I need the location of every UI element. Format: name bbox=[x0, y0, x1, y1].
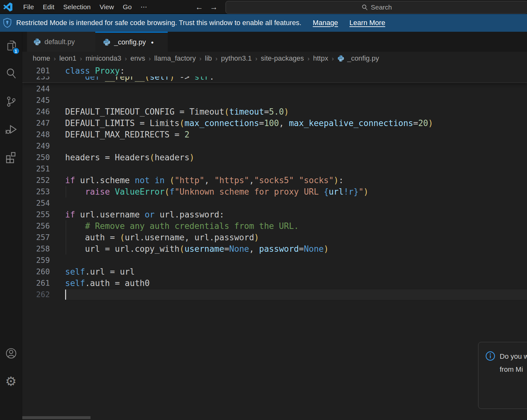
line-number[interactable]: 245 bbox=[22, 95, 50, 106]
line-number[interactable]: 257 bbox=[22, 232, 50, 243]
code-text[interactable]: if url.username or url.password: bbox=[65, 209, 527, 220]
code-line[interactable]: 259 bbox=[22, 255, 527, 266]
code-text[interactable]: auth = (url.username, url.password) bbox=[65, 232, 527, 243]
menu-item-go[interactable]: Go bbox=[118, 0, 136, 14]
code-line[interactable]: 253 raise ValueError(f"Unknown scheme fo… bbox=[22, 186, 527, 197]
command-center-search[interactable]: Search bbox=[226, 1, 527, 14]
menu-item-view[interactable]: View bbox=[95, 0, 118, 14]
menu-item-selection[interactable]: Selection bbox=[59, 0, 95, 14]
line-number[interactable]: 255 bbox=[22, 209, 50, 220]
modified-indicator[interactable]: ● bbox=[151, 40, 153, 45]
code-text[interactable]: def __repr__(self) -> str: bbox=[65, 77, 527, 83]
line-number[interactable]: 246 bbox=[22, 106, 50, 117]
learn-more-link[interactable]: Learn More bbox=[349, 19, 385, 27]
code-token bbox=[150, 176, 155, 185]
activity-bar-explorer[interactable]: 1 bbox=[0, 32, 22, 60]
breadcrumb-item[interactable]: home bbox=[33, 54, 50, 63]
activity-bar-extensions[interactable] bbox=[0, 143, 22, 171]
activity-bar-source-control[interactable] bbox=[0, 88, 22, 116]
breadcrumb-item[interactable]: httpx bbox=[313, 54, 328, 63]
code-text[interactable] bbox=[65, 197, 527, 209]
code-line[interactable]: 257 auth = (url.username, url.password) bbox=[22, 232, 527, 243]
line-number[interactable]: 244 bbox=[22, 83, 50, 95]
horizontal-scrollbar-thumb[interactable] bbox=[22, 416, 91, 419]
code-line[interactable]: 201class Proxy: bbox=[22, 65, 527, 77]
line-number[interactable]: 259 bbox=[22, 255, 50, 266]
go-back-button[interactable]: ← bbox=[192, 3, 206, 12]
code-line[interactable]: 247DEFAULT_LIMITS = Limits(max_connectio… bbox=[22, 117, 527, 129]
code-text[interactable]: DEFAULT_MAX_REDIRECTS = 2 bbox=[65, 129, 527, 140]
code-line[interactable]: 249 bbox=[22, 140, 527, 152]
code-text[interactable] bbox=[65, 255, 527, 266]
line-number[interactable]: 251 bbox=[22, 163, 50, 175]
tab-default-py[interactable]: default.py bbox=[27, 32, 95, 52]
code-line[interactable]: 244 bbox=[22, 83, 527, 95]
line-number[interactable]: 260 bbox=[22, 266, 50, 277]
code-line[interactable]: 258 url = url.copy_with(username=None, p… bbox=[22, 243, 527, 255]
manage-link[interactable]: Manage bbox=[313, 19, 338, 27]
code-text[interactable] bbox=[65, 140, 527, 152]
code-line[interactable]: 248DEFAULT_MAX_REDIRECTS = 2 bbox=[22, 129, 527, 140]
code-line[interactable]: 245 bbox=[22, 95, 527, 106]
python-icon bbox=[33, 38, 41, 46]
code-line[interactable]: 256 # Remove any auth credentials from t… bbox=[22, 220, 527, 232]
code-text[interactable]: raise ValueError(f"Unknown scheme for pr… bbox=[65, 186, 527, 197]
tab-config-py[interactable]: _config.py ● bbox=[95, 32, 168, 52]
code-token: "http" bbox=[174, 176, 204, 185]
code-line[interactable]: 254 bbox=[22, 197, 527, 209]
code-line[interactable]: 260self.url = url bbox=[22, 266, 527, 277]
code-line[interactable]: 246DEFAULT_TIMEOUT_CONFIG = Timeout(time… bbox=[22, 106, 527, 117]
code-line[interactable]: 252if url.scheme not in ("http", "https"… bbox=[22, 175, 527, 186]
menu-item-file[interactable]: File bbox=[19, 0, 38, 14]
code-text[interactable]: DEFAULT_LIMITS = Limits(max_connections=… bbox=[65, 117, 527, 129]
breadcrumb-item[interactable]: leon1 bbox=[59, 54, 77, 63]
code-line[interactable]: 261self.auth = auth0 bbox=[22, 277, 527, 289]
menu-item-more[interactable]: ⋯ bbox=[136, 0, 152, 14]
code-text[interactable]: class Proxy: bbox=[65, 65, 527, 77]
code-text[interactable]: DEFAULT_TIMEOUT_CONFIG = Timeout(timeout… bbox=[65, 106, 527, 117]
line-number[interactable]: 233 bbox=[22, 77, 50, 83]
line-number[interactable]: 254 bbox=[22, 197, 50, 209]
activity-bar-account[interactable] bbox=[0, 339, 22, 367]
line-number[interactable]: 256 bbox=[22, 220, 50, 232]
activity-bar-settings[interactable]: ⚙ bbox=[0, 367, 22, 395]
code-text[interactable] bbox=[65, 95, 527, 106]
line-number[interactable]: 262 bbox=[22, 289, 50, 300]
code-text[interactable] bbox=[65, 163, 527, 175]
breadcrumb-item[interactable]: llama_factory bbox=[154, 54, 196, 63]
line-number[interactable]: 253 bbox=[22, 186, 50, 197]
line-number[interactable]: 249 bbox=[22, 140, 50, 152]
breadcrumb-item[interactable]: site-packages bbox=[261, 54, 304, 63]
code-text[interactable] bbox=[65, 83, 527, 95]
code-line[interactable]: 255if url.username or url.password: bbox=[22, 209, 527, 220]
editor-pane[interactable]: 244245246DEFAULT_TIMEOUT_CONFIG = Timeou… bbox=[22, 65, 527, 420]
breadcrumb-item[interactable]: lib bbox=[205, 54, 212, 63]
breadcrumb-file[interactable]: _config.py bbox=[337, 54, 379, 63]
line-number[interactable]: 250 bbox=[22, 152, 50, 163]
breadcrumb-item[interactable]: miniconda3 bbox=[85, 54, 121, 63]
line-number[interactable]: 258 bbox=[22, 243, 50, 255]
code-text[interactable]: self.url = url bbox=[65, 266, 527, 277]
line-number[interactable]: 247 bbox=[22, 117, 50, 129]
go-forward-button[interactable]: → bbox=[206, 3, 221, 12]
code-text[interactable]: self.auth = auth0 bbox=[65, 277, 527, 289]
breadcrumb-item[interactable]: python3.1 bbox=[221, 54, 252, 63]
activity-bar-search[interactable] bbox=[0, 60, 22, 88]
code-text[interactable]: # Remove any auth credentials from the U… bbox=[65, 220, 527, 232]
activity-bar-run-debug[interactable] bbox=[0, 116, 22, 143]
line-number[interactable]: 248 bbox=[22, 129, 50, 140]
breadcrumb-item[interactable]: envs bbox=[130, 54, 145, 63]
code-line[interactable]: 233 def __repr__(self) -> str: bbox=[22, 77, 527, 83]
code-line[interactable]: 251 bbox=[22, 163, 527, 175]
menu-item-edit[interactable]: Edit bbox=[38, 0, 59, 14]
code-text[interactable]: headers = Headers(headers) bbox=[65, 152, 527, 163]
line-number[interactable]: 201 bbox=[22, 65, 50, 77]
code-text[interactable] bbox=[65, 289, 527, 300]
code-text[interactable]: url = url.copy_with(username=None, passw… bbox=[65, 243, 527, 255]
line-number[interactable]: 261 bbox=[22, 277, 50, 289]
code-text[interactable]: if url.scheme not in ("http", "https","s… bbox=[65, 175, 527, 186]
line-number[interactable]: 252 bbox=[22, 175, 50, 186]
notification-toast[interactable]: Do you w from Mi bbox=[478, 342, 527, 409]
code-line[interactable]: 262 bbox=[22, 289, 527, 300]
code-line[interactable]: 250headers = Headers(headers) bbox=[22, 152, 527, 163]
